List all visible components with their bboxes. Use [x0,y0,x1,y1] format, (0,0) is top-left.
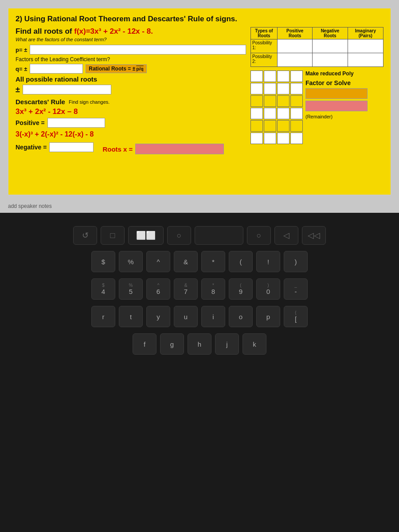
kb-6[interactable]: ^6 [146,278,170,300]
types-section: Types of Roots Positive Roots Negative R… [250,27,383,67]
kb-u[interactable]: u [174,306,198,327]
negative-input[interactable] [49,142,94,152]
sr0c0[interactable] [250,70,263,82]
kb-row-special: ↺ □ ⬜⬜ ○ ○ ◁ ◁◁ [73,226,326,245]
roots-x-input[interactable] [135,144,224,154]
positive-row: Positive = [16,118,246,128]
kb-0[interactable]: )0 [256,278,280,300]
factor-input-1[interactable] [305,88,368,99]
sg00[interactable] [264,83,276,94]
synth-rows [250,83,303,132]
sb3[interactable] [290,133,303,144]
p-row: p= ± [16,45,246,55]
kb-row-fghjk: f g h j k [133,333,266,355]
roots-x-label: Roots x = [102,145,133,153]
kb-h[interactable]: h [188,333,211,355]
kb-8[interactable]: *8 [201,278,225,300]
divisor-cell2[interactable] [250,108,263,119]
kb-g[interactable]: g [160,333,184,355]
kb-back-key2[interactable]: ◁◁ [302,226,326,245]
kb-caret[interactable]: ^ [146,251,170,272]
sb1[interactable] [264,133,276,144]
left-column: Find all roots of f(x)=3x³ + 2x² - 12x -… [16,27,246,154]
sg30 [264,120,276,132]
kb-i[interactable]: i [201,306,225,327]
sg20[interactable] [264,108,276,119]
kb-split-key[interactable]: ⬜⬜ [128,226,164,245]
kb-ampersand[interactable]: & [174,251,198,272]
poss2-pos-cell[interactable] [278,53,313,66]
poss1-imag-cell[interactable] [348,39,383,53]
positive-input[interactable] [47,118,105,128]
kb-o[interactable]: o [229,306,253,327]
sb0[interactable] [250,133,263,144]
kb-dash[interactable]: _- [284,278,308,300]
kb-t[interactable]: t [119,306,143,327]
sg01[interactable] [277,83,289,94]
pm-input[interactable] [23,85,111,94]
kb-j[interactable]: j [215,333,239,355]
kb-circle-key2[interactable]: ○ [247,226,271,245]
divisor-cell[interactable] [250,83,263,94]
descartes-row: Descartes' Rule Find sign changes. [16,98,246,106]
sr0c2[interactable] [277,70,289,82]
sg21[interactable] [277,108,289,119]
types-of-label: Types of [252,28,276,33]
kb-rparen[interactable]: ) [284,251,308,272]
negative-row: Negative = [16,142,94,152]
sb2[interactable] [277,133,289,144]
q-row: q= ± Rational Roots = ± p/q [16,64,246,74]
sg10 [264,95,276,107]
p-input[interactable] [30,45,246,55]
kb-lparen[interactable]: ( [229,251,253,272]
poss2-imag-cell[interactable] [348,53,383,66]
sg02[interactable] [290,83,303,94]
factor-input-2[interactable] [305,101,368,111]
kb-7[interactable]: &7 [174,278,198,300]
kb-asterisk[interactable]: * [201,251,225,272]
main-columns: Find all roots of f(x)=3x³ + 2x² - 12x -… [16,27,383,154]
kb-lbrace[interactable]: {[ [284,306,308,327]
kb-9[interactable]: (9 [229,278,253,300]
imag-roots-top: Imaginary [349,28,382,33]
poss1-neg-cell[interactable] [313,39,348,53]
neg-roots-top: Negative [314,28,346,33]
kb-back-key1[interactable]: ◁ [274,226,298,245]
synth-left [250,70,303,144]
kb-r[interactable]: r [91,306,115,327]
negative-label: Negative = [16,144,47,151]
poss1-pos-cell[interactable] [278,39,313,53]
imaginary-roots-header: Imaginary (Pairs) [348,27,383,39]
slide-area: 2) Using Rational Root Theorem and Desca… [0,0,399,213]
poly-negative: 3(-x)³ + 2(-x)² - 12(-x) - 8 [16,130,246,138]
kb-space[interactable] [195,226,243,245]
speaker-notes[interactable]: add speaker notes [8,203,52,209]
find-sign-label: Find sign changes. [69,99,110,105]
synth-row0 [250,70,303,82]
poss2-neg-cell[interactable] [313,53,348,66]
factor-col: Factor or Solve [305,79,368,111]
sr0c3[interactable] [290,70,303,82]
kb-f[interactable]: f [133,333,156,355]
pm-box: ± [16,85,246,94]
constant-question: What are the factors of the constant ter… [16,37,246,42]
function-line: Find all roots of f(x)=3x³ + 2x² - 12x -… [16,27,246,36]
kb-y[interactable]: y [146,306,170,327]
kb-window-key[interactable]: □ [101,226,125,245]
kb-circle-key1[interactable]: ○ [167,226,191,245]
kb-dollar[interactable]: $ [91,251,115,272]
possibility-2-label: Possibility 2: [251,53,278,66]
kb-4[interactable]: $4 [91,278,115,300]
kb-k[interactable]: k [243,333,266,355]
kb-undo-key[interactable]: ↺ [73,226,97,245]
kb-exclaim[interactable]: ! [256,251,280,272]
kb-percent[interactable]: % [119,251,143,272]
negative-roots-header: Negative Roots [313,27,348,39]
sr0c1[interactable] [264,70,276,82]
rational-roots-label: Rational Roots = ± [89,66,135,72]
kb-p[interactable]: p [256,306,280,327]
kb-5[interactable]: %5 [119,278,143,300]
sg22[interactable] [290,108,303,119]
q-input[interactable] [30,64,83,74]
slide-content: 2) Using Rational Root Theorem and Desca… [8,8,391,195]
